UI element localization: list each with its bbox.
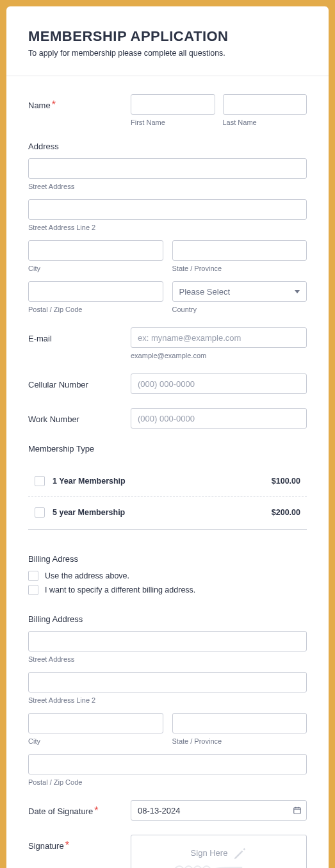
signature-label: Signature	[28, 841, 64, 851]
country-sublabel: Country	[172, 306, 307, 313]
billing-choice-checkbox-2[interactable]	[28, 585, 38, 595]
membership-checkbox-2[interactable]	[35, 507, 45, 518]
billing-choice-text-2: I want to specify a different billing ad…	[45, 585, 195, 594]
form-header: MEMBERSHIP APPLICATION To apply for memb…	[28, 28, 307, 58]
sig-date-input[interactable]	[131, 800, 307, 821]
membership-field: Membership Type 1 Year Membership $100.0…	[28, 443, 307, 530]
chevron-down-icon	[295, 290, 300, 293]
membership-price-1: $100.00	[272, 477, 300, 486]
membership-name-1: 1 Year Membership	[53, 477, 272, 486]
calendar-icon	[293, 806, 302, 815]
membership-option-1: 1 Year Membership $100.00	[28, 466, 307, 496]
membership-label: Membership Type	[28, 444, 94, 454]
city-sublabel: City	[28, 265, 163, 272]
billing-street-sublabel: Street Address	[28, 655, 307, 663]
first-name-input[interactable]	[131, 94, 215, 115]
sig-date-label: Date of Signature	[28, 807, 93, 816]
cell-input[interactable]	[131, 373, 307, 394]
last-name-input[interactable]	[223, 94, 307, 115]
form-subtitle: To apply for membership please complete …	[28, 49, 307, 58]
address-field: Address Street Address Street Address Li…	[28, 140, 307, 313]
billing-postal-input[interactable]	[28, 754, 307, 774]
billing-city-sublabel: City	[28, 737, 163, 745]
required-asterisk: *	[94, 805, 98, 816]
signature-placeholder: Sign Here	[191, 848, 228, 858]
header-divider	[6, 76, 329, 76]
billing-street2-input[interactable]	[28, 672, 307, 692]
billing-postal-sublabel: Postal / Zip Code	[28, 778, 307, 786]
last-name-sublabel: Last Name	[223, 119, 307, 126]
svg-rect-0	[294, 808, 301, 814]
first-name-sublabel: First Name	[131, 119, 215, 126]
city-input[interactable]	[28, 240, 163, 261]
billing-choice-2: I want to specify a different billing ad…	[28, 585, 307, 595]
membership-option-2: 5 year Membership $200.00	[28, 496, 307, 528]
name-label: Name	[28, 101, 51, 110]
membership-name-2: 5 year Membership	[53, 508, 272, 517]
billing-choice-label: Billing Adress	[28, 554, 78, 564]
billing-state-input[interactable]	[172, 713, 307, 733]
billing-address-field: Billing Address Street Address Street Ad…	[28, 613, 307, 786]
billing-street2-sublabel: Street Address Line 2	[28, 696, 307, 704]
billing-state-sublabel: State / Province	[172, 737, 307, 745]
sig-date-field: Date of Signature*	[28, 800, 307, 821]
street-input[interactable]	[28, 158, 307, 179]
billing-choice-1: Use the address above.	[28, 571, 307, 581]
name-field: Name* First Name Last Name	[28, 94, 307, 126]
email-field: E-mail example@example.com	[28, 327, 307, 359]
pen-icon	[233, 847, 247, 861]
signature-field: Signature* Sign Here Powered by Jotform …	[28, 835, 307, 868]
required-asterisk: *	[65, 840, 69, 851]
email-input[interactable]	[131, 327, 307, 348]
membership-price-2: $200.00	[272, 508, 300, 517]
postal-sublabel: Postal / Zip Code	[28, 306, 163, 313]
signature-scribble-icon	[172, 864, 243, 868]
billing-label: Billing Address	[28, 614, 83, 624]
products-divider	[28, 529, 307, 530]
work-field: Work Number	[28, 408, 307, 429]
address-label: Address	[28, 142, 59, 151]
required-asterisk: *	[52, 99, 56, 110]
street-sublabel: Street Address	[28, 183, 307, 190]
billing-choice-field: Billing Adress Use the address above. I …	[28, 553, 307, 599]
membership-checkbox-1[interactable]	[35, 476, 45, 486]
work-label: Work Number	[28, 414, 79, 424]
billing-choice-text-1: Use the address above.	[45, 571, 129, 580]
signature-box[interactable]: Sign Here	[131, 835, 307, 868]
email-label: E-mail	[28, 334, 52, 343]
email-hint: example@example.com	[131, 352, 307, 359]
cell-label: Cellular Number	[28, 380, 88, 389]
country-placeholder: Please Select	[179, 287, 231, 297]
street2-sublabel: Street Address Line 2	[28, 224, 307, 231]
country-select[interactable]: Please Select	[172, 281, 307, 302]
billing-city-input[interactable]	[28, 713, 163, 733]
state-sublabel: State / Province	[172, 265, 307, 272]
billing-choice-checkbox-1[interactable]	[28, 571, 38, 581]
state-input[interactable]	[172, 240, 307, 261]
cell-field: Cellular Number	[28, 373, 307, 394]
billing-street-input[interactable]	[28, 631, 307, 651]
street2-input[interactable]	[28, 199, 307, 220]
postal-input[interactable]	[28, 281, 163, 302]
work-input[interactable]	[131, 408, 307, 429]
form-title: MEMBERSHIP APPLICATION	[28, 28, 307, 45]
